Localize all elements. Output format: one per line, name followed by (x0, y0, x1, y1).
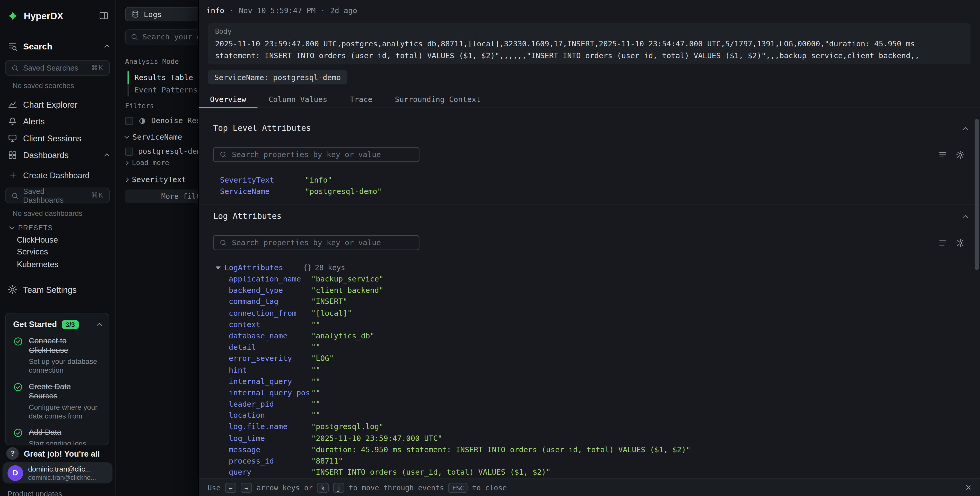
user-menu[interactable]: D dominic.tran@clic... dominic.tran@clic… (3, 462, 113, 484)
postgresql-demo-checkbox[interactable] (125, 147, 133, 156)
body-text[interactable]: 2025-11-10 23:59:47.000 UTC,postgres,ana… (215, 38, 964, 61)
attribute-value: "postgresql-demo" (305, 186, 382, 197)
filters-label: Filters (125, 102, 154, 110)
attribute-value: "INSERT" (311, 296, 347, 308)
saved-searches-input[interactable]: Saved Searches ⌘K (5, 60, 110, 76)
chevron-right-icon (124, 177, 129, 182)
attribute-key[interactable]: process_id (229, 455, 274, 467)
filter-group-severitytext[interactable]: SeverityText (125, 175, 186, 184)
get-started-item[interactable]: Add Data Start sending logs, metrics, or… (13, 428, 101, 445)
attribute-key[interactable]: application_name (229, 273, 301, 285)
source-selector-label: Logs (144, 10, 162, 19)
load-more-row[interactable]: Load more (125, 159, 169, 167)
tab-overview[interactable]: Overview (199, 91, 257, 108)
product-updates-link[interactable]: Product updates (8, 490, 62, 496)
event-body-box: Body 2025-11-10 23:59:47.000 UTC,postgre… (208, 23, 971, 64)
hyperdx-app: HyperDX Search Saved Searches ⌘K No save… (0, 0, 980, 496)
kbd-j: j (333, 483, 345, 493)
question-circle-icon[interactable]: ? (6, 447, 19, 460)
attribute-key[interactable]: hint (229, 364, 247, 376)
presets-toggle[interactable]: PRESETS (10, 222, 109, 233)
attribute-key[interactable]: SeverityText (220, 175, 274, 186)
rows-icon[interactable] (938, 238, 947, 247)
attribute-key[interactable]: command_tag (229, 296, 278, 308)
attribute-key[interactable]: location (229, 410, 265, 421)
attribute-key[interactable]: query (229, 467, 251, 478)
separator: · (229, 6, 234, 15)
saved-dashboards-input[interactable]: Saved Dashboards ⌘K (5, 188, 110, 203)
preset-label: Kubernetes (17, 259, 59, 269)
sidebar-item-alerts[interactable]: Alerts (8, 113, 108, 129)
attribute-value: "client backend" (311, 285, 383, 296)
attribute-key[interactable]: connection_from (229, 308, 296, 319)
get-started-item-title: Connect to ClickHouse (29, 337, 102, 356)
event-tabs: Overview Column Values Trace Surrounding… (199, 91, 980, 108)
mode-results-table[interactable]: Results Table (127, 71, 197, 84)
attribute-value: "" (311, 364, 320, 376)
top-level-search-box[interactable] (213, 147, 419, 162)
tab-label: Column Values (269, 95, 327, 104)
tab-surrounding-context[interactable]: Surrounding Context (384, 91, 492, 108)
preset-item[interactable]: ClickHouse (17, 234, 110, 246)
panel-scrollbar[interactable] (975, 119, 979, 270)
panel-footer: Use ← → arrow keys or k j to move throug… (199, 478, 980, 496)
tab-trace[interactable]: Trace (339, 91, 384, 108)
sidebar-item-chart-explorer[interactable]: Chart Explorer (8, 96, 108, 113)
attribute-key[interactable]: database_name (229, 330, 288, 341)
log-attributes-search-box[interactable] (213, 235, 419, 250)
log-attributes-title: Log Attributes (213, 211, 282, 221)
service-name-chip[interactable]: ServiceName: postgresql-demo (208, 70, 347, 85)
gear-icon[interactable] (956, 150, 965, 159)
rows-icon[interactable] (938, 150, 947, 159)
collapse-section-icon[interactable] (963, 127, 969, 132)
preset-label: Services (17, 247, 48, 257)
attribute-key[interactable]: detail (229, 341, 256, 353)
presets-label: PRESETS (18, 224, 53, 231)
get-started-item[interactable]: Create Data Sources Configure where your… (13, 382, 101, 420)
attribute-key[interactable]: internal_query_pos (229, 387, 310, 399)
get-started-item[interactable]: Connect to ClickHouse Set up your databa… (13, 337, 101, 375)
attribute-row: process_id "88711" (199, 455, 980, 467)
sidebar-item-search[interactable]: Search (8, 38, 108, 54)
sidebar-collapse-icon[interactable] (99, 11, 109, 21)
create-dashboard-button[interactable]: Create Dashboard (9, 167, 109, 183)
database-icon (131, 10, 140, 18)
tab-column-values[interactable]: Column Values (257, 91, 339, 108)
relative-time: 2d ago (330, 6, 357, 15)
footer-text: to move through events (349, 483, 444, 492)
close-icon[interactable]: × (965, 482, 971, 493)
get-started-header[interactable]: Get Started 3/3 (13, 320, 101, 329)
gear-icon[interactable] (956, 238, 965, 247)
sidebar: HyperDX Search Saved Searches ⌘K No save… (0, 0, 116, 496)
attribute-key[interactable]: internal_query (229, 376, 292, 387)
attribute-key[interactable]: log.file.name (229, 421, 288, 432)
event-detail-panel: info · Nov 10 5:59:47 PM · 2d ago Body 2… (198, 0, 980, 496)
top-level-search-input[interactable] (232, 150, 413, 159)
preset-item[interactable]: Kubernetes (17, 258, 110, 270)
attribute-key[interactable]: message (229, 444, 261, 455)
create-dashboard-label: Create Dashboard (23, 171, 109, 180)
attribute-key[interactable]: context (229, 319, 261, 330)
shortcut-hint: ⌘K (91, 64, 104, 72)
sidebar-item-dashboards[interactable]: Dashboards (8, 147, 108, 163)
log-attributes-search-input[interactable] (232, 238, 413, 247)
sidebar-item-client-sessions[interactable]: Client Sessions (8, 130, 108, 146)
collapse-section-icon[interactable] (963, 215, 969, 221)
attribute-key[interactable]: log_time (229, 433, 265, 444)
progress-badge: 3/3 (62, 320, 79, 329)
attribute-key[interactable]: ServiceName (220, 186, 270, 197)
attribute-row: query "INSERT INTO orders (user_id, tota… (199, 467, 980, 478)
attribute-key[interactable]: leader_pid (229, 399, 274, 410)
preset-item[interactable]: Services (17, 246, 110, 258)
attribute-key[interactable]: backend_type (229, 285, 283, 296)
denoise-checkbox[interactable] (125, 116, 133, 125)
mode-event-patterns[interactable]: Event Patterns (127, 84, 197, 96)
filter-group-servicename[interactable]: ServiceName (125, 132, 182, 141)
attribute-key[interactable]: error_severity (229, 353, 292, 364)
mode-label: Event Patterns (134, 86, 198, 94)
log-attributes-tree-toggle[interactable]: LogAttributes (216, 262, 283, 273)
sidebar-item-team-settings[interactable]: Team Settings (8, 282, 108, 297)
attribute-row: application_name "backup_service" (199, 273, 980, 285)
kbd-esc: ESC (448, 483, 468, 493)
attribute-row: message "duration: 45.950 ms statement: … (199, 444, 980, 455)
